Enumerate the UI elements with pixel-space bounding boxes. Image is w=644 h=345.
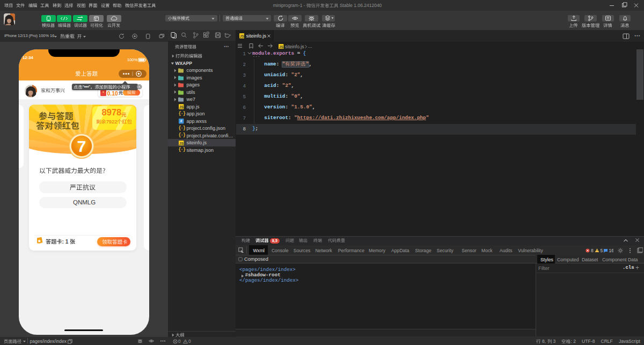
svg-text:#: # bbox=[180, 119, 182, 123]
svg-text:16: 16 bbox=[609, 248, 614, 253]
svg-text:JS: JS bbox=[179, 105, 184, 109]
svg-text:JS: JS bbox=[279, 45, 284, 48]
svg-text:JS: JS bbox=[179, 141, 184, 145]
svg-text:8: 8 bbox=[591, 248, 594, 253]
svg-text:7: 7 bbox=[77, 137, 86, 155]
svg-text:5: 5 bbox=[601, 248, 603, 253]
svg-text:JS: JS bbox=[239, 34, 244, 38]
